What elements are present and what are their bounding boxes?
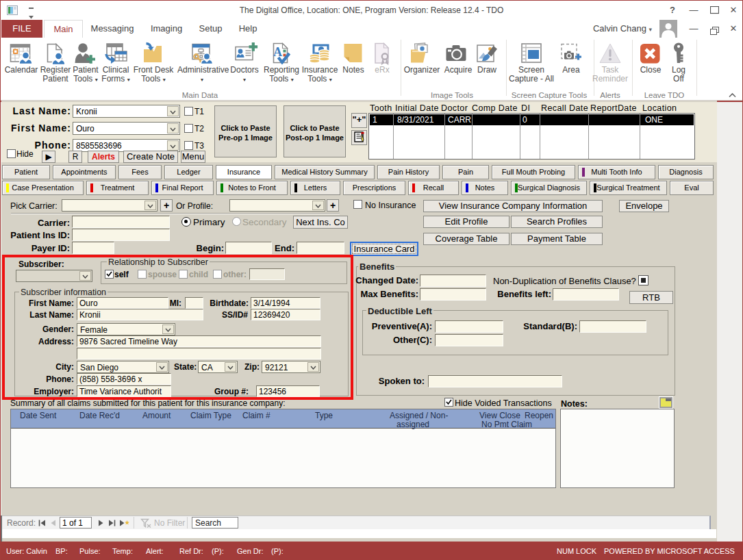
svg-text:A: A: [273, 45, 282, 59]
